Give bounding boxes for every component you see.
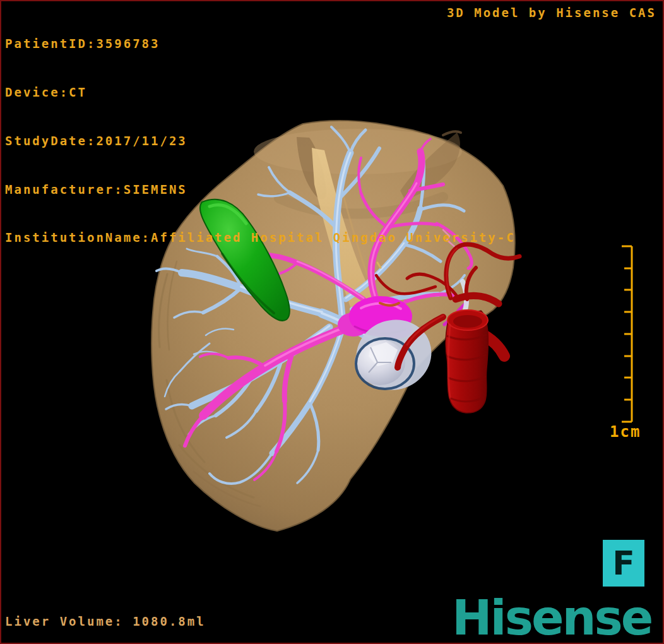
- patient-info-block: PatientID:3596783 Device:CT StudyDate:20…: [5, 4, 516, 278]
- institution-name: InstitutionName:Affiliated Hospital Qing…: [5, 230, 516, 246]
- viewer-window: 1cm PatientID:3596783 Device:CT StudyDat…: [0, 0, 664, 644]
- manufacturer: Manufacturer:SIEMENS: [5, 182, 516, 198]
- device: Device:CT: [5, 85, 516, 101]
- liver-volume-readout: Liver Volume: 1080.8ml: [5, 614, 206, 628]
- hisense-logo: Hisense: [452, 593, 651, 643]
- scale-bar-label: 1cm: [610, 423, 641, 441]
- scale-bar: [622, 246, 632, 422]
- patient-id: PatientID:3596783: [5, 36, 516, 52]
- orientation-marker-f[interactable]: F: [603, 540, 644, 587]
- watermark-3d-model: 3D Model by Hisense CAS: [447, 6, 656, 20]
- study-date: StudyDate:2017/11/23: [5, 133, 516, 150]
